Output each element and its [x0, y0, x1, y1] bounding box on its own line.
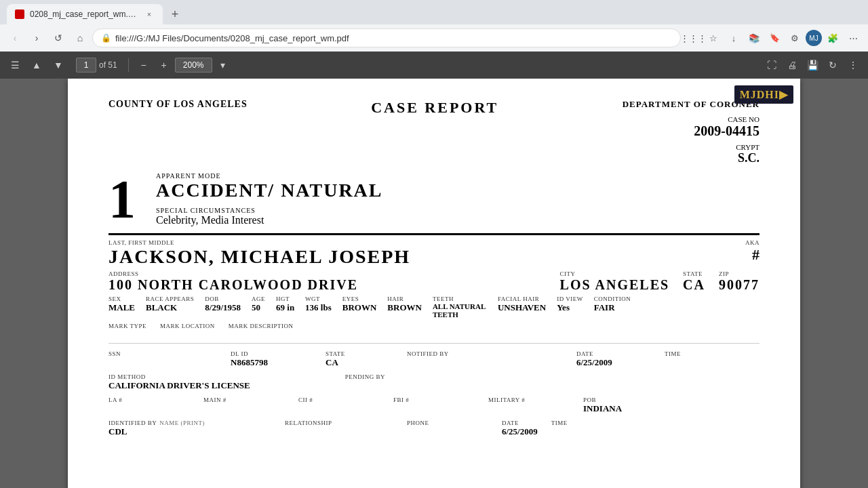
- notified-row: NOTIFIED BY DATE 6/25/2009 TIME: [407, 350, 681, 368]
- apparent-mode-label: APPARENT MODE: [156, 172, 760, 180]
- profile-button[interactable]: MJ: [806, 30, 822, 46]
- identified-by-section: IDENTIFIED BY NAME (PRINT) CDL: [108, 420, 244, 437]
- save-button[interactable]: 💾: [803, 56, 822, 75]
- new-tab-button[interactable]: +: [165, 5, 184, 24]
- dl-state-value: CA: [326, 357, 366, 368]
- dl-state-label: STATE: [326, 350, 366, 357]
- special-circumstances-label: SPECIAL CIRCUMSTANCES: [156, 207, 760, 214]
- phone-section: PHONE: [407, 420, 488, 426]
- age-label: AGE: [252, 296, 265, 302]
- zip-value: 90077: [719, 277, 760, 293]
- hgt-label: HGT: [276, 296, 294, 302]
- teeth-section: TEETH ALL NATURAL TEETH: [433, 296, 487, 319]
- dl-id-value: N8685798: [231, 357, 312, 368]
- page-number-input[interactable]: [76, 58, 96, 73]
- dob-section: DOB 8/29/1958: [205, 296, 241, 313]
- home-button[interactable]: ⌂: [71, 28, 90, 47]
- zoom-controls: − + ▾: [134, 56, 233, 75]
- ssn-row: SSN DL ID N8685798 STATE CA NOTIFIED BY …: [108, 350, 760, 368]
- military-num-label: MILITARY #: [488, 396, 570, 403]
- pending-row: ID METHOD CALIFORNIA DRIVER'S LICENSE PE…: [108, 373, 760, 391]
- cii-num-section: CII #: [298, 396, 380, 403]
- demographics-row: SEX MALE RACE APPEARS BLACK DOB 8/29/195…: [108, 296, 760, 319]
- scroll-up-button[interactable]: ▲: [27, 56, 46, 75]
- hair-value: BROWN: [387, 302, 422, 313]
- doc-title: CASE REPORT: [371, 99, 498, 117]
- case-no-label: CASE NO: [623, 115, 760, 123]
- hgt-value: 69 in: [276, 302, 294, 313]
- rotate-button[interactable]: ↻: [823, 56, 842, 75]
- pdf-content: MJDHI▶ COUNTY OF LOS ANGELES CASE REPORT…: [0, 79, 868, 488]
- county-name: COUNTY OF LOS ANGELES: [108, 99, 248, 110]
- settings-button[interactable]: ⚙: [785, 28, 804, 47]
- pdf-more-button[interactable]: ⋮: [844, 56, 863, 75]
- location-section: CITY LOS ANGELES STATE CA ZIP 90077: [560, 270, 760, 293]
- toggle-sidebar-button[interactable]: ☰: [5, 56, 24, 75]
- browser-chrome: 0208_mj_case_report_wm.pdf × + ‹ › ↺ ⌂ 🔒…: [0, 0, 868, 52]
- numbers-row: LA # MAIN # CII # FBI # MILITARY # POB I…: [108, 396, 760, 414]
- address-label: ADDRESS: [108, 270, 358, 277]
- hair-label: HAIR: [387, 296, 422, 302]
- history-button[interactable]: 📚: [745, 28, 764, 47]
- time-section: TIME: [665, 350, 681, 357]
- phone-label: PHONE: [407, 420, 488, 426]
- more-button[interactable]: ⋯: [844, 28, 863, 47]
- zoom-out-button[interactable]: −: [134, 56, 153, 75]
- condition-value: FAIR: [594, 302, 631, 313]
- zoom-in-button[interactable]: +: [155, 56, 174, 75]
- city-value: LOS ANGELES: [560, 277, 670, 293]
- tab-close-button[interactable]: ×: [144, 9, 155, 20]
- mark-description-label: MARK DESCRIPTION: [229, 323, 294, 329]
- id-date-label: DATE: [502, 420, 538, 426]
- condition-section: CONDITION FAIR: [594, 296, 631, 313]
- zoom-value-input[interactable]: [175, 58, 212, 73]
- extensions-icon[interactable]: 🧩: [823, 28, 842, 47]
- pdf-toolbar: ☰ ▲ ▼ of 51 − + ▾ ⛶ 🖨 💾 ↻ ⋮: [0, 52, 868, 79]
- mark-type-label: MARK TYPE: [108, 323, 146, 329]
- sex-label: SEX: [108, 296, 135, 302]
- active-tab[interactable]: 0208_mj_case_report_wm.pdf ×: [7, 4, 163, 24]
- scroll-down-button[interactable]: ▼: [49, 56, 68, 75]
- dl-state-section: STATE CA: [326, 350, 366, 368]
- race-label: RACE APPEARS: [146, 296, 194, 302]
- age-section: AGE 50: [252, 296, 265, 313]
- id-date-section: DATE 6/25/2009: [502, 420, 538, 437]
- identified-by-row: IDENTIFIED BY NAME (PRINT) CDL RELATIONS…: [108, 420, 760, 437]
- id-date-value: 6/25/2009: [502, 426, 538, 437]
- address-bar[interactable]: 🔒 file:///G:/MJ Files/Documents/0208_mj_…: [92, 28, 681, 47]
- eyes-label: EYES: [342, 296, 377, 302]
- apparent-mode-value: ACCIDENT/ NATURAL: [156, 180, 760, 201]
- print-button[interactable]: 🖨: [783, 56, 802, 75]
- facial-hair-section: FACIAL HAIR UNSHAVEN: [498, 296, 546, 313]
- id-view-label: ID VIEW: [557, 296, 583, 302]
- bookmark-button[interactable]: ☆: [704, 28, 723, 47]
- ssn-section: SSN: [108, 350, 217, 357]
- id-time-section: TIME: [551, 420, 568, 426]
- zoom-dropdown-button[interactable]: ▾: [214, 56, 233, 75]
- forward-button[interactable]: ›: [27, 28, 46, 47]
- back-button[interactable]: ‹: [5, 28, 24, 47]
- mark-type-section: MARK TYPE: [108, 323, 146, 329]
- mode-section: 1 APPARENT MODE ACCIDENT/ NATURAL SPECIA…: [108, 172, 760, 226]
- download-button[interactable]: ↓: [724, 28, 743, 47]
- relationship-section: RELATIONSHIP: [285, 420, 393, 426]
- document-header: COUNTY OF LOS ANGELES CASE REPORT DEPART…: [108, 99, 760, 165]
- pob-section: POB INDIANA: [583, 396, 622, 414]
- id-time-label: TIME: [551, 420, 568, 426]
- notified-by-label: NOTIFIED BY: [407, 350, 515, 357]
- fullscreen-button[interactable]: ⛶: [762, 56, 781, 75]
- city-label: CITY: [560, 270, 670, 277]
- reload-button[interactable]: ↺: [49, 28, 68, 47]
- relationship-label: RELATIONSHIP: [285, 420, 393, 426]
- state-label: STATE: [683, 270, 705, 277]
- time-label: TIME: [665, 350, 681, 357]
- bookmarks-button[interactable]: 🔖: [765, 28, 784, 47]
- zip-section: ZIP 90077: [719, 270, 760, 293]
- la-num-label: LA #: [108, 396, 190, 403]
- extensions-button[interactable]: ⋮⋮⋮: [684, 28, 703, 47]
- address-value: 100 NORTH CAROLWOOD DRIVE: [108, 277, 358, 293]
- decedent-name: JACKSON, MICHAEL JOSEPH: [108, 246, 410, 268]
- date-label: DATE: [576, 350, 644, 357]
- tab-favicon: [15, 9, 24, 19]
- section-divider: [108, 233, 760, 235]
